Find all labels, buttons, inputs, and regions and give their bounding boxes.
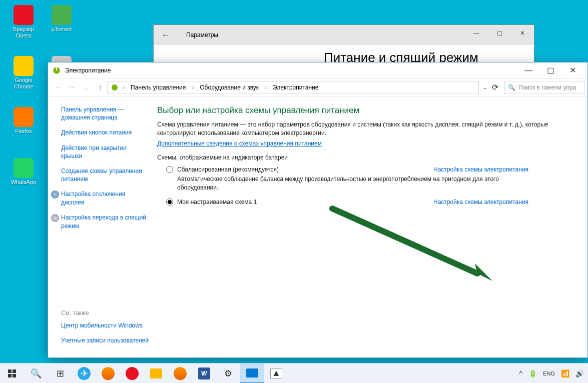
tray-chevron-icon[interactable]: ^ — [519, 370, 523, 378]
taskbar-firefox[interactable] — [96, 364, 120, 384]
system-tray: ^ 🔋 ENG 📶 🔊 — [519, 370, 588, 378]
taskbar-settings[interactable]: ⚙ — [216, 364, 240, 384]
tray-language-icon[interactable]: ENG — [543, 370, 555, 376]
nav-back-icon[interactable]: ← — [51, 83, 65, 92]
taskbar-explorer[interactable] — [144, 364, 168, 384]
refresh-icon[interactable]: ⟳ — [492, 82, 498, 92]
page-title: Выбор или настройка схемы управления пит… — [157, 106, 573, 116]
plan-settings-link[interactable]: Настройка схемы электропитания — [433, 166, 528, 173]
power-options-window: Электропитание — ▢ ✕ ← → ⌄ ↑ › Панель уп… — [48, 62, 588, 358]
sidebar-link[interactable]: Создание схемы управления питанием — [61, 167, 149, 183]
taskbar-word[interactable]: W — [192, 364, 216, 384]
annotation-arrow — [327, 204, 497, 284]
see-also-link[interactable]: Учетные записи пользователей — [61, 336, 149, 344]
desktop-icon[interactable]: WhatsApp — [6, 158, 41, 186]
power-window-title: Электропитание — [65, 67, 517, 74]
icon-label: Браузер Opera — [6, 26, 41, 39]
svg-line-3 — [332, 208, 477, 274]
close-button[interactable]: ✕ — [511, 25, 534, 41]
power-titlebar[interactable]: Электропитание — ▢ ✕ — [48, 62, 587, 78]
taskbar-control-panel[interactable] — [240, 364, 264, 384]
plan-name[interactable]: Моя настраиваемая схема 1 — [177, 198, 433, 206]
monitor-icon — [51, 190, 59, 198]
icon-label: Firefox — [6, 128, 41, 134]
settings-titlebar[interactable]: ← Параметры — ▢ ✕ — [154, 25, 534, 45]
taskbar-firefox2[interactable] — [168, 364, 192, 384]
app-icon — [14, 56, 34, 76]
maximize-button[interactable]: ▢ — [488, 25, 511, 41]
settings-window-title: Параметры — [186, 32, 218, 38]
app-icon — [52, 5, 72, 25]
main-content: Выбор или настройка схемы управления пит… — [157, 96, 587, 358]
breadcrumb-segment[interactable]: Панель управления — [129, 83, 188, 92]
power-icon — [52, 66, 61, 75]
taskbar: 🔍 ⊞ ✈ W ⚙ ▲ ^ 🔋 ENG 📶 🔊 — [0, 363, 588, 383]
moon-icon — [51, 214, 59, 222]
see-also-link[interactable]: Центр мобильности Windows — [61, 322, 149, 330]
maximize-button[interactable]: ▢ — [539, 64, 561, 78]
nav-up-icon[interactable]: ↑ — [93, 83, 107, 92]
desktop-icon[interactable]: µTorrent — [44, 5, 79, 32]
chevron-down-icon[interactable]: ⌄ — [483, 84, 487, 90]
plan-name[interactable]: Сбалансированная (рекомендуется) — [177, 166, 433, 173]
page-description: Схема управления питанием — это набор па… — [157, 120, 573, 138]
svg-marker-4 — [475, 264, 492, 281]
nav-dropdown-icon[interactable]: ⌄ — [79, 84, 93, 90]
svg-point-2 — [112, 84, 118, 90]
svg-rect-7 — [8, 374, 12, 378]
sidebar-link[interactable]: Настройка отключения дисплея — [61, 190, 149, 206]
tray-wifi-icon[interactable]: 📶 — [561, 370, 569, 378]
radio-button[interactable] — [166, 198, 173, 206]
breadcrumb-segment[interactable]: Оборудование и звук — [198, 83, 261, 92]
more-info-link[interactable]: Дополнительные сведения о схемах управле… — [157, 140, 322, 147]
search-input[interactable]: 🔍 Поиск в панели упра — [504, 81, 584, 94]
sidebar-link[interactable]: Действия кнопок питания — [61, 128, 149, 136]
settings-window: ← Параметры — ▢ ✕ Питание и спящий режим — [153, 24, 534, 67]
desktop-icon[interactable]: Firefox — [6, 107, 41, 134]
power-icon — [111, 84, 119, 92]
tray-battery-icon[interactable]: 🔋 — [528, 370, 537, 378]
chevron-right-icon: › — [121, 84, 127, 91]
breadcrumb[interactable]: › Панель управления › Оборудование и зву… — [107, 81, 478, 94]
see-also-label: См. также — [61, 310, 149, 316]
close-button[interactable]: ✕ — [561, 64, 583, 78]
sidebar: Панель управления — домашняя страница Де… — [48, 96, 157, 358]
app-icon — [14, 107, 34, 127]
svg-rect-5 — [8, 370, 12, 373]
back-arrow-icon[interactable]: ← — [161, 30, 176, 40]
search-button[interactable]: 🔍 — [24, 364, 48, 384]
search-icon: 🔍 — [508, 84, 515, 91]
chevron-right-icon: › — [263, 84, 269, 91]
radio-button[interactable] — [166, 166, 173, 173]
minimize-button[interactable]: — — [465, 25, 488, 41]
taskbar-photos[interactable]: ▲ — [264, 364, 288, 384]
svg-rect-1 — [56, 67, 57, 70]
sidebar-link[interactable]: Действие при закрытии крышки — [61, 144, 149, 160]
task-view-button[interactable]: ⊞ — [48, 364, 72, 384]
tray-volume-icon[interactable]: 🔊 — [575, 370, 584, 378]
svg-rect-6 — [13, 370, 16, 373]
taskbar-opera[interactable] — [120, 364, 144, 384]
navbar: ← → ⌄ ↑ › Панель управления › Оборудован… — [48, 78, 587, 96]
icon-label: µTorrent — [44, 26, 79, 32]
nav-forward-icon[interactable]: → — [65, 83, 79, 92]
desktop-icon[interactable]: Google Chrome — [6, 56, 41, 90]
power-plan-balanced: Сбалансированная (рекомендуется) Настрой… — [157, 166, 573, 192]
minimize-button[interactable]: — — [517, 64, 539, 78]
section-label: Схемы, отображаемые на индикаторе батаре… — [157, 154, 573, 161]
plan-settings-link[interactable]: Настройка схемы электропитания — [433, 198, 528, 206]
chevron-right-icon: › — [190, 84, 196, 91]
sidebar-link[interactable]: Настройка перехода в спящий режим — [61, 214, 149, 230]
plan-description: Автоматическое соблюдение баланса между … — [177, 175, 513, 192]
app-icon — [14, 158, 34, 178]
start-button[interactable] — [0, 364, 24, 384]
power-plan-custom: Моя настраиваемая схема 1 Настройка схем… — [157, 198, 573, 206]
app-icon — [14, 5, 34, 25]
desktop-icon[interactable]: Браузер Opera — [6, 5, 41, 39]
breadcrumb-segment[interactable]: Электропитание — [271, 83, 320, 92]
icon-label: Google Chrome — [6, 77, 41, 90]
search-placeholder: Поиск в панели упра — [518, 84, 576, 91]
sidebar-home-link[interactable]: Панель управления — домашняя страница — [61, 106, 149, 122]
icon-label: WhatsApp — [6, 179, 41, 186]
taskbar-telegram[interactable]: ✈ — [72, 364, 96, 384]
